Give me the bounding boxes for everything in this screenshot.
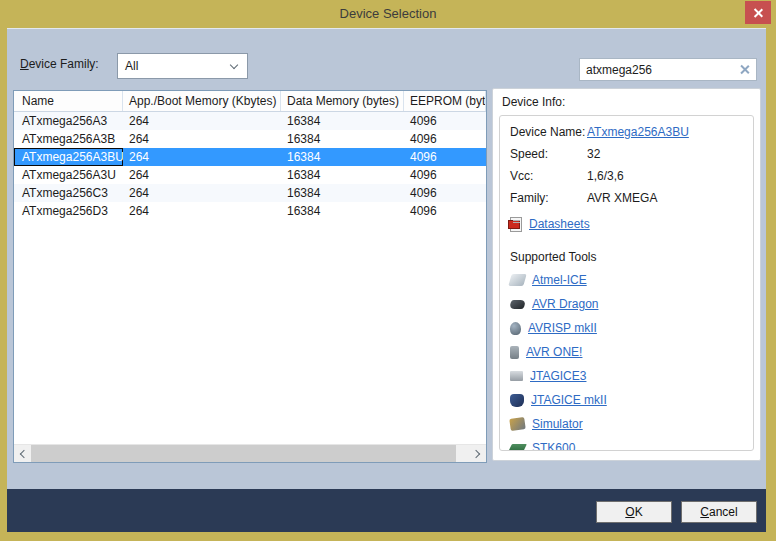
device-selection-dialog: { "window": { "title": "Device Selection… bbox=[0, 0, 776, 541]
close-icon bbox=[753, 7, 764, 18]
column-header-datamem[interactable]: Data Memory (bytes) bbox=[281, 91, 404, 111]
cell-eeprom: 4096 bbox=[404, 148, 486, 166]
device-name-link[interactable]: ATxmega256A3BU bbox=[587, 124, 689, 140]
titlebar[interactable]: Device Selection bbox=[0, 0, 776, 28]
table-row[interactable]: ATxmega256A3U 264 16384 4096 bbox=[14, 166, 486, 184]
dialog-body: Device Family: All Name App./Boot Memory… bbox=[7, 28, 766, 489]
cell-datamem: 16384 bbox=[281, 130, 404, 148]
tool-row: STK600 bbox=[510, 436, 753, 451]
chevron-left-icon bbox=[20, 450, 28, 458]
table-header: Name App./Boot Memory (Kbytes) Data Memo… bbox=[14, 91, 486, 112]
stk600-link[interactable]: STK600 bbox=[532, 441, 575, 451]
avrisp-mkii-icon bbox=[510, 322, 521, 335]
info-field-family: Family: AVR XMEGA bbox=[510, 190, 753, 212]
scroll-left-button[interactable] bbox=[14, 445, 31, 462]
cell-eeprom: 4096 bbox=[404, 130, 486, 148]
table-row[interactable]: ATxmega256C3 264 16384 4096 bbox=[14, 184, 486, 202]
window-title: Device Selection bbox=[0, 0, 776, 28]
cell-datamem: 16384 bbox=[281, 202, 404, 220]
table-row[interactable]: ATxmega256D3 264 16384 4096 bbox=[14, 202, 486, 220]
field-value: 1,6/3,6 bbox=[587, 168, 624, 184]
field-label: Family: bbox=[510, 190, 587, 206]
table-row[interactable]: ATxmega256A3B 264 16384 4096 bbox=[14, 130, 486, 148]
device-family-value: All bbox=[125, 59, 138, 73]
table-row[interactable]: ATxmega256A3 264 16384 4096 bbox=[14, 112, 486, 130]
datasheets-row: Datasheets bbox=[510, 214, 753, 234]
cell-name: ATxmega256A3B bbox=[14, 130, 123, 148]
datasheets-link[interactable]: Datasheets bbox=[529, 217, 590, 231]
tool-row: AVR ONE! bbox=[510, 340, 753, 364]
cell-datamem: 16384 bbox=[281, 112, 404, 130]
footer-bar: OK Cancel bbox=[7, 489, 766, 532]
chevron-right-icon bbox=[472, 450, 480, 458]
close-button[interactable] bbox=[745, 1, 771, 24]
cell-name: ATxmega256C3 bbox=[14, 184, 123, 202]
field-value: AVR XMEGA bbox=[587, 190, 657, 206]
chevron-down-icon bbox=[230, 61, 238, 69]
info-field-vcc: Vcc: 1,6/3,6 bbox=[510, 168, 753, 190]
field-label: Device Name: bbox=[510, 124, 587, 140]
cell-name: ATxmega256A3U bbox=[14, 166, 123, 184]
ok-button[interactable]: OK bbox=[596, 501, 672, 523]
tool-row: JTAGICE3 bbox=[510, 364, 753, 388]
cell-name: ATxmega256A3 bbox=[14, 112, 123, 130]
scroll-right-button[interactable] bbox=[469, 445, 486, 462]
cell-datamem: 16384 bbox=[281, 148, 404, 166]
column-header-appboot[interactable]: App./Boot Memory (Kbytes) bbox=[123, 91, 281, 111]
tool-row: JTAGICE mkII bbox=[510, 388, 753, 412]
atmel-ice-link[interactable]: Atmel-ICE bbox=[532, 273, 587, 287]
field-label: Speed: bbox=[510, 146, 587, 162]
column-header-name[interactable]: Name bbox=[14, 91, 123, 111]
cell-appboot: 264 bbox=[123, 112, 281, 130]
field-label: Vcc: bbox=[510, 168, 587, 184]
jtagice3-icon bbox=[510, 371, 523, 381]
cancel-button[interactable]: Cancel bbox=[681, 501, 757, 523]
supported-tools-heading: Supported Tools bbox=[510, 250, 753, 268]
cell-datamem: 16384 bbox=[281, 166, 404, 184]
clear-search-icon[interactable] bbox=[739, 64, 750, 75]
jtagice-mkii-link[interactable]: JTAGICE mkII bbox=[531, 393, 607, 407]
device-info-panel: Device Info: Device Name: ATxmega256A3BU… bbox=[492, 88, 761, 461]
device-family-label: Device Family: bbox=[20, 57, 99, 71]
tool-row: Atmel-ICE bbox=[510, 268, 753, 292]
column-header-eeprom[interactable]: EEPROM (bytes) bbox=[404, 91, 486, 111]
horizontal-scrollbar bbox=[14, 444, 486, 462]
device-info-box: Device Name: ATxmega256A3BU Speed: 32 Vc… bbox=[499, 115, 754, 451]
tool-row: AVR Dragon bbox=[510, 292, 753, 316]
avr-dragon-icon bbox=[508, 300, 527, 309]
scrollbar-thumb[interactable] bbox=[31, 445, 456, 462]
jtagice-mkii-icon bbox=[510, 394, 524, 407]
cell-appboot: 264 bbox=[123, 202, 281, 220]
cell-eeprom: 4096 bbox=[404, 202, 486, 220]
device-search-input[interactable] bbox=[580, 59, 732, 80]
info-field-device-name: Device Name: ATxmega256A3BU bbox=[510, 124, 753, 146]
device-table: Name App./Boot Memory (Kbytes) Data Memo… bbox=[13, 90, 487, 463]
tool-row: AVRISP mkII bbox=[510, 316, 753, 340]
avr-one-icon bbox=[510, 346, 519, 359]
cell-eeprom: 4096 bbox=[404, 112, 486, 130]
cancel-button-label: Cancel bbox=[700, 502, 737, 522]
cell-eeprom: 4096 bbox=[404, 184, 486, 202]
simulator-icon bbox=[509, 417, 526, 431]
ok-button-label: OK bbox=[625, 502, 642, 522]
cell-appboot: 264 bbox=[123, 130, 281, 148]
jtagice3-link[interactable]: JTAGICE3 bbox=[530, 369, 586, 383]
avr-one-link[interactable]: AVR ONE! bbox=[526, 345, 582, 359]
scrollbar-track[interactable] bbox=[31, 445, 469, 462]
table-row-selected[interactable]: ATxmega256A3BU 264 16384 4096 bbox=[14, 148, 486, 166]
cell-name: ATxmega256A3BU bbox=[14, 148, 123, 166]
avrisp-mkii-link[interactable]: AVRISP mkII bbox=[528, 321, 597, 335]
pdf-icon bbox=[510, 217, 522, 232]
simulator-link[interactable]: Simulator bbox=[532, 417, 583, 431]
cell-appboot: 264 bbox=[123, 184, 281, 202]
avr-dragon-link[interactable]: AVR Dragon bbox=[532, 297, 598, 311]
cell-appboot: 264 bbox=[123, 166, 281, 184]
cell-name: ATxmega256D3 bbox=[14, 202, 123, 220]
field-value: 32 bbox=[587, 146, 600, 162]
cell-eeprom: 4096 bbox=[404, 166, 486, 184]
atmel-ice-icon bbox=[508, 274, 526, 286]
cell-datamem: 16384 bbox=[281, 184, 404, 202]
stk600-icon bbox=[508, 444, 527, 451]
device-family-select[interactable]: All bbox=[117, 53, 248, 79]
info-field-speed: Speed: 32 bbox=[510, 146, 753, 168]
